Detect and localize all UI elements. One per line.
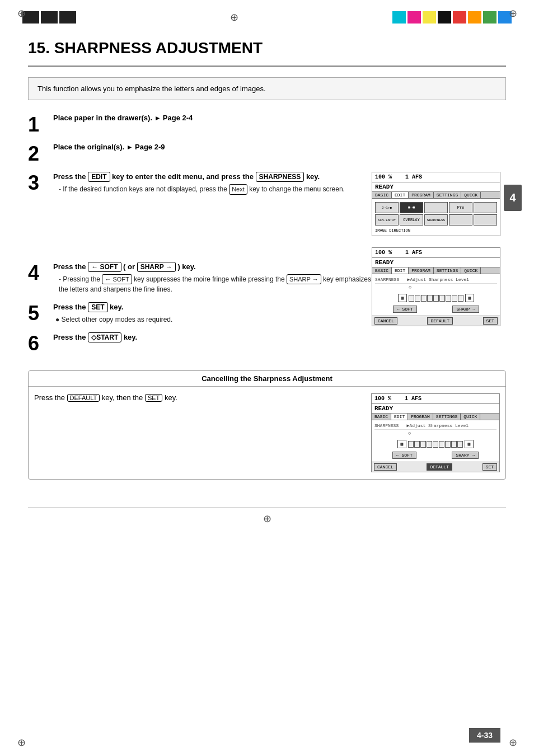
step-3: 3 Press the EDIT key to enter the edit m… [28,172,372,195]
sc1-tabs: BASIC EDIT PROGRAM SETTINGS QUICK [372,192,500,199]
sc3-dot: ○ [408,431,411,436]
sc3-right-icon: ▦ [465,440,474,448]
sc2-sharp-btn[interactable]: SHARP → [452,306,479,313]
step-title-2: Place the original(s). ► Page 2-9 [53,143,506,151]
sc1-img-direction: IMAGE DIRECTION [375,227,497,234]
sc2-default-btn[interactable]: DEFAULT [427,317,453,325]
sc2-tab-settings: SETTINGS [434,267,461,274]
sc2-tabs: BASIC EDIT PROGRAM SETTINGS QUICK [372,267,500,274]
chapter-number: 15 [28,39,45,57]
reg-mark-tl: ⊕ [16,8,27,19]
screen-wrapper-right: 100 % 1 AFS READY BASIC EDIT PROGRAM SET… [372,172,506,361]
steps-left-column: 3 Press the EDIT key to enter the edit m… [28,172,372,361]
sc2-soft-btn[interactable]: ← SOFT [393,306,417,313]
sc3-seg-7 [445,441,451,448]
sc3-seg-4 [427,441,432,448]
step-title-4: Press the ← SOFT ( or SHARP → ) key. [53,262,372,272]
sc1-tab-program: PROGRAM [409,192,434,198]
sc3-tab-program: PROGRAM [408,414,433,420]
step-content-3: Press the EDIT key to enter the edit men… [53,172,372,195]
step-1-page-ref: Page 2-4 [163,114,193,122]
sc3-header-left: 100 % 1 AFS [374,396,421,402]
step-6: 6 Press the ◇START key. [28,332,372,354]
sc2-tab-quick: QUICK [461,267,481,274]
step-number-1: 1 [28,114,53,135]
edit-key: EDIT [88,172,110,182]
sc2-seg-6 [439,295,445,302]
sc2-seg-2 [415,295,420,302]
sc2-header: 100 % 1 AFS [372,248,500,258]
set-key-5: SET [88,302,107,312]
chapter-title-text: SHARPNESS ADJUSTMENT [54,39,263,57]
sc3-default-btn[interactable]: DEFAULT [427,463,452,471]
page-number: 4-33 [469,728,500,743]
next-key: Next [229,184,247,195]
step-number-2: 2 [28,143,53,164]
main-content: 15. SHARPNESS ADJUSTMENT This function a… [0,28,534,496]
sc2-seg-3 [421,295,427,302]
black-block-3 [59,11,76,24]
sc1-icon-pre: Pre [449,202,472,213]
reg-mark-bl: ⊕ [16,737,27,748]
chapter-title: 15. SHARPNESS ADJUSTMENT [28,34,506,67]
sc2-status: READY [372,258,500,267]
sc1-icon-copy: ■→■ [400,202,423,213]
header-strip: ⊕ [11,7,523,28]
sc3-soft-btn[interactable]: ← SOFT [392,452,416,459]
sc3-tab-settings: SETTINGS [433,414,461,420]
sc3-set-btn[interactable]: SET [483,463,497,471]
step-content-2: Place the original(s). ► Page 2-9 [53,143,506,153]
header-right-blocks [392,11,512,24]
sc3-sharp-btn[interactable]: SHARP → [452,452,479,459]
sc2-content: SHARPNESS ▶Adjust Sharpness Level ○ ▦ [372,274,500,316]
sc2-seg-7 [446,295,451,302]
sc3-seg-3 [420,441,426,448]
step-content-4: Press the ← SOFT ( or SHARP → ) key. - P… [53,262,372,295]
step-2-arrow: ► [127,143,135,151]
sc1-tab-settings: SETTINGS [434,192,461,198]
step-3-note: - If the desired function keys are not d… [59,184,372,195]
sc3-bottom: CANCEL DEFAULT SET [372,462,499,472]
sc3-seg-9 [457,441,463,448]
sc3-segs [408,441,463,448]
cancel-body: Press the DEFAULT key, then the SET key.… [29,387,505,479]
sc3-seg-2 [414,441,420,448]
step-1: 1 Place paper in the drawer(s). ► Page 2… [28,114,506,135]
cancel-text: Press the DEFAULT key, then the SET key. [34,393,360,402]
sc3-tabs: BASIC EDIT PROGRAM SETTINGS QUICK [372,414,499,420]
sc1-tab-edit: EDIT [392,192,409,198]
sc3-cancel-btn[interactable]: CANCEL [374,463,397,471]
color-block-red [453,11,466,24]
sc2-seg-8 [452,295,457,302]
sc1-icon-sharpness: SHARPNESS [424,214,448,226]
sharp-key-inline: SHARP → [287,274,321,285]
step-1-title-text: Place paper in the drawer(s). [53,114,152,122]
cancel-section: Cancelling the Sharpness Adjustment Pres… [28,370,506,480]
sc2-set-btn[interactable]: SET [483,317,498,325]
sc2-header-left: 100 % 1 AFS [375,250,422,256]
step-title-1: Place paper in the drawer(s). ► Page 2-4 [53,114,506,122]
color-block-magenta [407,11,421,24]
step-5: 5 Press the SET key. ● Select other copy… [28,302,372,325]
sc2-seg-5 [433,295,439,302]
sc1-status: READY [372,182,500,192]
header-left-blocks [22,11,76,24]
sc2-tab-basic: BASIC [372,267,392,274]
default-key: DEFAULT [67,394,100,402]
set-key-cancel: SET [145,394,162,402]
sc1-icon-blank [424,202,448,213]
screen-1: 100 % 1 AFS READY BASIC EDIT PROGRAM SET… [372,172,500,236]
sc2-cancel-btn[interactable]: CANCEL [374,317,397,325]
center-registration: ⊕ [76,11,392,24]
sc3-tab-basic: BASIC [372,414,391,420]
reg-mark-br: ⊕ [507,737,518,748]
sc2-dot: ○ [409,285,411,290]
sc3-status: READY [372,404,499,414]
steps-with-screens: 3 Press the EDIT key to enter the edit m… [28,172,506,361]
sc3-tab-quick: QUICK [461,414,480,420]
sc3-soft-sharp: ← SOFT SHARP → [374,450,496,460]
sc3-seg-6 [439,441,444,448]
sc3-seg-5 [433,441,438,448]
chapter-tab: 4 [504,185,522,211]
step-number-6: 6 [28,332,53,354]
